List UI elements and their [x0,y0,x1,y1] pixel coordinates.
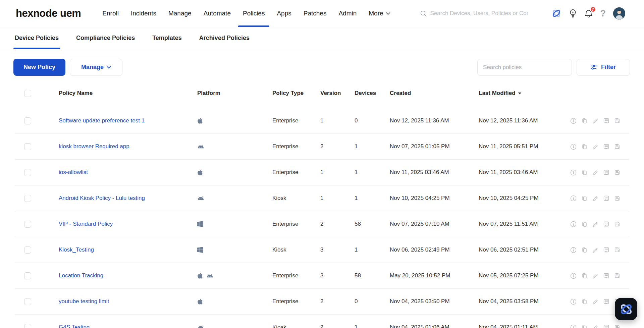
select-all-checkbox[interactable] [24,90,31,97]
duplicate-icon[interactable] [581,324,587,328]
apple-icon [197,169,203,176]
question-mark: ? [600,9,606,18]
save-icon[interactable] [614,118,620,124]
nav-item-incidents[interactable]: Incidents [125,0,162,27]
archive-icon[interactable] [603,324,609,328]
save-icon[interactable] [614,195,620,201]
policy-name-link[interactable]: youtube testing limit [59,298,109,305]
info-icon[interactable] [570,144,577,150]
info-icon[interactable] [570,273,577,279]
save-icon[interactable] [614,144,620,150]
edit-icon[interactable] [592,273,598,279]
tab-archived-policies[interactable]: Archived Policies [199,27,250,49]
hexnode-genie-icon[interactable] [551,8,561,18]
save-icon[interactable] [614,273,620,279]
archive-icon[interactable] [603,118,609,124]
archive-icon[interactable] [603,247,609,253]
policy-name-link[interactable]: Android Kiosk Policy - Lulu testing [59,195,145,201]
tab-templates[interactable]: Templates [152,27,182,49]
row-checkbox[interactable] [24,195,31,202]
help-icon[interactable]: ? [600,9,606,18]
nav-item-more[interactable]: More [363,0,396,27]
nav-item-manage[interactable]: Manage [162,0,198,27]
row-checkbox[interactable] [24,298,31,305]
row-checkbox[interactable] [24,221,31,228]
edit-icon[interactable] [592,221,598,227]
global-search-input[interactable] [430,10,528,17]
devices-count: 1 [355,195,390,202]
nav-item-patches[interactable]: Patches [298,0,333,27]
column-header-last-modified[interactable]: Last Modified [479,90,570,97]
archive-icon[interactable] [603,273,609,279]
modified-date: Nov 04, 2025 03:58 PM [479,298,570,305]
hexnode-uem-logo[interactable]: hexnode uem [16,7,81,19]
row-checkbox[interactable] [24,272,31,279]
global-search[interactable] [420,10,531,17]
nav-item-automate[interactable]: Automate [198,0,237,27]
hexnode-assistant-widget[interactable] [615,298,637,320]
info-icon[interactable] [570,298,577,305]
duplicate-icon[interactable] [581,221,587,227]
archive-icon[interactable] [603,221,609,227]
whats-new-bulb-icon[interactable] [569,9,577,18]
policy-name-link[interactable]: G4S Testing [59,324,90,328]
new-policy-button[interactable]: New Policy [13,59,65,76]
info-icon[interactable] [570,324,577,328]
info-icon[interactable] [570,169,577,176]
tab-compliance-policies[interactable]: Compliance Policies [76,27,135,49]
modified-date: Nov 07, 2025 11:51 AM [479,221,570,227]
created-date: Nov 04, 2025 01:06 AM [390,324,479,328]
search-policies-input[interactable] [477,59,572,76]
row-checkbox[interactable] [24,117,31,124]
save-icon[interactable] [614,169,620,175]
duplicate-icon[interactable] [581,118,587,124]
info-icon[interactable] [570,221,577,227]
android-icon [197,196,204,201]
edit-icon[interactable] [592,298,598,305]
tab-device-policies[interactable]: Device Policies [15,27,59,49]
duplicate-icon[interactable] [581,247,587,253]
policy-name-link[interactable]: ios-allowlist [59,169,88,175]
modified-date: Nov 11, 2025 05:51 PM [479,143,570,150]
info-icon[interactable] [570,247,577,253]
edit-icon[interactable] [592,324,598,328]
row-checkbox[interactable] [24,247,31,254]
notifications-bell-icon[interactable]: 7 [584,9,593,18]
edit-icon[interactable] [592,144,598,150]
archive-icon[interactable] [603,195,609,201]
avatar[interactable] [613,7,625,19]
archive-icon[interactable] [603,144,609,150]
edit-icon[interactable] [592,118,598,124]
policy-name-link[interactable]: Kiosk_Testing [59,247,94,253]
sort-desc-icon [518,92,522,95]
row-checkbox[interactable] [24,324,31,328]
row-checkbox[interactable] [24,143,31,150]
policy-name-link[interactable]: kiosk browser Required app [59,143,129,150]
policy-name-link[interactable]: Location Tracking [59,272,103,279]
edit-icon[interactable] [592,195,598,202]
duplicate-icon[interactable] [581,298,587,305]
policy-name-link[interactable]: VIP - Standard Policy [59,221,113,227]
nav-item-enroll[interactable]: Enroll [96,0,125,27]
info-icon[interactable] [570,118,577,124]
manage-dropdown-button[interactable]: Manage [70,59,122,76]
policy-name-link[interactable]: Software update preference test 1 [59,117,145,124]
save-icon[interactable] [614,324,620,328]
nav-item-admin[interactable]: Admin [332,0,363,27]
row-actions [570,221,629,227]
save-icon[interactable] [614,247,620,253]
nav-item-policies[interactable]: Policies [237,0,271,27]
archive-icon[interactable] [603,169,609,175]
nav-item-apps[interactable]: Apps [271,0,297,27]
archive-icon[interactable] [603,298,609,305]
info-icon[interactable] [570,195,577,202]
row-checkbox[interactable] [24,169,31,176]
duplicate-icon[interactable] [581,195,587,202]
edit-icon[interactable] [592,247,598,253]
duplicate-icon[interactable] [581,273,587,279]
save-icon[interactable] [614,221,620,227]
filter-button[interactable]: Filter [577,59,630,76]
duplicate-icon[interactable] [581,144,587,150]
edit-icon[interactable] [592,169,598,176]
duplicate-icon[interactable] [581,169,587,176]
